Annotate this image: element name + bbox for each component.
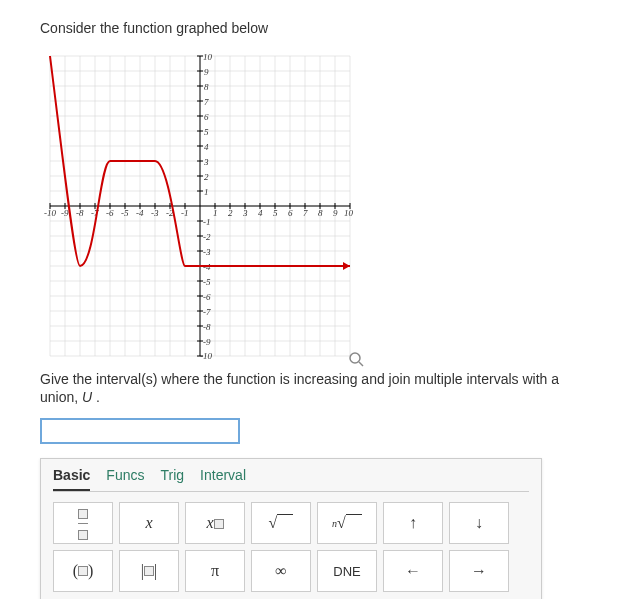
tab-interval[interactable]: Interval	[200, 467, 246, 491]
svg-text:3: 3	[203, 157, 209, 167]
fraction-button[interactable]	[53, 502, 113, 544]
svg-text:9: 9	[204, 67, 209, 77]
svg-text:-7: -7	[203, 307, 211, 317]
dne-button[interactable]: DNE	[317, 550, 377, 592]
cursor-left-button[interactable]: ←	[383, 550, 443, 592]
svg-text:1: 1	[213, 208, 218, 218]
svg-text:2: 2	[204, 172, 209, 182]
svg-text:3: 3	[242, 208, 248, 218]
svg-text:6: 6	[288, 208, 293, 218]
tab-bar: Basic Funcs Trig Interval	[41, 459, 541, 491]
svg-text:-1: -1	[203, 217, 211, 227]
svg-text:2: 2	[228, 208, 233, 218]
function-graph: -10-9-8-7-6-5-4-3-2-1 12345678910 109876…	[40, 46, 360, 366]
tab-trig[interactable]: Trig	[160, 467, 184, 491]
svg-line-126	[359, 362, 363, 366]
svg-text:-10: -10	[200, 351, 212, 361]
svg-text:-6: -6	[203, 292, 211, 302]
svg-text:-6: -6	[106, 208, 114, 218]
svg-text:8: 8	[204, 82, 209, 92]
svg-text:5: 5	[204, 127, 209, 137]
svg-text:5: 5	[273, 208, 278, 218]
cursor-right-button[interactable]: →	[449, 550, 509, 592]
nth-root-button[interactable]: n√	[317, 502, 377, 544]
svg-text:7: 7	[204, 97, 209, 107]
pi-button[interactable]: π	[185, 550, 245, 592]
svg-text:8: 8	[318, 208, 323, 218]
answer-input[interactable]	[40, 418, 240, 444]
svg-text:-8: -8	[76, 208, 84, 218]
tab-basic[interactable]: Basic	[53, 467, 90, 491]
svg-text:7: 7	[303, 208, 308, 218]
paren-button[interactable]: ()	[53, 550, 113, 592]
svg-text:-2: -2	[203, 232, 211, 242]
math-palette: Basic Funcs Trig Interval x x √ n√ ↑ ↓ (…	[40, 458, 542, 599]
svg-text:1: 1	[204, 187, 209, 197]
infinity-button[interactable]: ∞	[251, 550, 311, 592]
x-power-button[interactable]: x	[185, 502, 245, 544]
svg-text:10: 10	[203, 52, 213, 62]
svg-text:-3: -3	[151, 208, 159, 218]
svg-text:-5: -5	[121, 208, 129, 218]
svg-text:-9: -9	[61, 208, 69, 218]
magnify-icon[interactable]	[348, 351, 364, 370]
instruction-text: Give the interval(s) where the function …	[40, 370, 601, 406]
svg-text:-1: -1	[181, 208, 189, 218]
tab-funcs[interactable]: Funcs	[106, 467, 144, 491]
svg-text:-5: -5	[203, 277, 211, 287]
svg-text:-9: -9	[203, 337, 211, 347]
x-button[interactable]: x	[119, 502, 179, 544]
prompt-text: Consider the function graphed below	[40, 20, 601, 36]
svg-text:4: 4	[258, 208, 263, 218]
abs-button[interactable]: ||	[119, 550, 179, 592]
svg-point-125	[350, 353, 360, 363]
svg-text:-10: -10	[44, 208, 56, 218]
cursor-down-button[interactable]: ↓	[449, 502, 509, 544]
svg-text:-8: -8	[203, 322, 211, 332]
svg-text:10: 10	[344, 208, 354, 218]
svg-text:6: 6	[204, 112, 209, 122]
svg-text:-4: -4	[136, 208, 144, 218]
svg-text:9: 9	[333, 208, 338, 218]
cursor-up-button[interactable]: ↑	[383, 502, 443, 544]
sqrt-button[interactable]: √	[251, 502, 311, 544]
svg-text:-3: -3	[203, 247, 211, 257]
svg-marker-124	[343, 262, 350, 270]
svg-text:4: 4	[204, 142, 209, 152]
